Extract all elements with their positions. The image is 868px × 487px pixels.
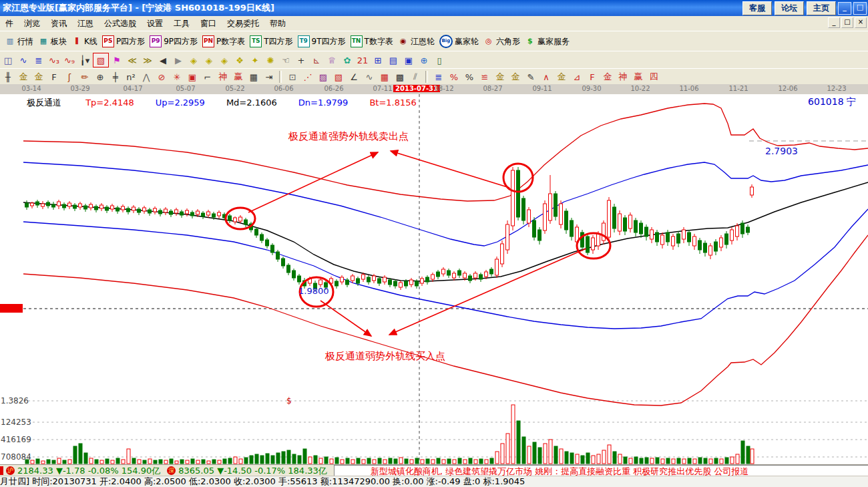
parallel-lines-icon[interactable]: ⫽ <box>408 70 423 84</box>
wave-icon[interactable]: ∿ <box>16 53 31 67</box>
gold-line-icon[interactable]: 金 <box>508 70 523 84</box>
hand-icon[interactable]: ☜ <box>278 53 293 67</box>
fib-red-icon[interactable]: F <box>585 70 600 84</box>
list-icon[interactable]: ≣ <box>31 53 46 67</box>
percent-line-icon[interactable]: ≌ <box>477 70 492 84</box>
gold-red-icon[interactable]: 金 <box>600 70 615 84</box>
mdi-close-button[interactable]: × <box>855 17 867 28</box>
menu-item-4[interactable]: 公式选股 <box>99 17 142 31</box>
menu-item-7[interactable]: 窗口 <box>195 17 222 31</box>
bars-tool-icon[interactable]: ╪ <box>108 70 123 84</box>
homepage-button[interactable]: 主页 <box>807 1 836 15</box>
diamond-star-icon[interactable]: ✦ <box>248 53 262 67</box>
square-of-nine-icon[interactable]: n² <box>124 70 138 84</box>
toolbar-kline-button[interactable]: ⫼K线 <box>71 36 97 47</box>
toolbar-quotes-button[interactable]: ▥行情 <box>5 36 33 47</box>
flag-icon[interactable]: ⚑ <box>110 53 124 67</box>
percent-icon[interactable]: % <box>462 70 477 84</box>
shanghai-index-value[interactable]: 2184.33 ▼-1.78 -0.08% 154.90亿 <box>17 465 160 477</box>
angle-icon[interactable]: ⊾ <box>309 53 324 67</box>
gold-fan-tool-icon[interactable]: 金 <box>31 70 46 84</box>
cycle-9-icon[interactable]: ∿₉ <box>62 53 77 67</box>
triangle-icon[interactable]: ⊿ <box>570 70 584 84</box>
menu-item-8[interactable]: 交易委托 <box>222 17 264 31</box>
minimize-button[interactable]: _ <box>838 2 851 15</box>
toolbar-winner-service-button[interactable]: $赢家服务 <box>525 36 570 47</box>
gold-circle-icon[interactable]: 金 <box>493 70 507 84</box>
candle-style-icon[interactable]: ╽▾ <box>77 53 92 67</box>
kline-chart[interactable]: 极反通道强势外轨线卖出点极反通道弱势外轨线买入点1.98002.7903$1.3… <box>0 94 868 464</box>
shen-tool-icon[interactable]: 神 <box>216 70 230 84</box>
toolbar-gann-wheel-button[interactable]: ◉江恩轮 <box>398 36 435 47</box>
win2-icon[interactable]: 赢 <box>631 70 646 84</box>
draw-icon[interactable]: ✎ <box>523 70 538 84</box>
calendar-icon[interactable]: 21 <box>355 53 370 67</box>
ray-fan-icon[interactable]: ⋰ <box>300 70 315 84</box>
cycle-3-icon[interactable]: ∿₃ <box>47 53 61 67</box>
calculator-icon[interactable]: ⊞ <box>371 53 385 67</box>
gold-gann-tool-icon[interactable]: 金 <box>16 70 31 84</box>
save-icon[interactable]: ▣ <box>401 53 416 67</box>
red-grid-icon[interactable]: ▦ <box>377 70 392 84</box>
box-select-icon[interactable]: ⊡ <box>285 70 300 84</box>
last-bar-icon[interactable]: ≫ <box>140 53 155 67</box>
menu-item-1[interactable]: 浏览 <box>19 17 45 31</box>
next-bar-icon[interactable]: ▶ <box>171 53 186 67</box>
support-button[interactable]: 客服 <box>742 1 772 15</box>
notes-icon[interactable]: ▤ <box>386 53 401 67</box>
toolbar-p-number-table-button[interactable]: PNP数字表 <box>202 35 245 47</box>
table-tool-icon[interactable]: ▦ <box>246 70 261 84</box>
menu-item-5[interactable]: 设置 <box>142 17 168 31</box>
wave-tool-icon[interactable]: ∿ <box>362 70 377 84</box>
hatch-box-icon[interactable]: ▨ <box>316 70 331 84</box>
toolbar-t-square-button[interactable]: TST四方形 <box>250 35 292 47</box>
active-chart-icon[interactable]: ▧ <box>93 53 109 67</box>
device-icon[interactable]: ▯ <box>432 53 447 67</box>
diamond-left-icon[interactable]: ◈ <box>186 53 201 67</box>
news-ticker[interactable]: 新型城镇化酿商机, 绿色建筑望撬万亿市场 姚刚：提高直接融资比重 积极研究推出优… <box>334 465 868 476</box>
shift-tool-icon[interactable]: ⇥ <box>262 70 276 84</box>
circle-tool-icon[interactable]: ⊕ <box>93 70 107 84</box>
toolbar-sectors-button[interactable]: ▦板块 <box>38 36 67 47</box>
toolbar-t-number-table-button[interactable]: TNT数字表 <box>351 35 393 47</box>
step-line-icon[interactable]: ⌐ <box>200 70 215 84</box>
diamond-expand-icon[interactable]: ◈ <box>217 53 232 67</box>
diamond-burst-icon[interactable]: ✺ <box>263 53 278 67</box>
hatch-box2-icon[interactable]: ▧ <box>331 70 346 84</box>
pencil-tool-icon[interactable]: ✏ <box>77 70 92 84</box>
forum-button[interactable]: 论坛 <box>775 1 804 15</box>
gold-angle-icon[interactable]: 金 <box>554 70 569 84</box>
win-tool-icon[interactable]: 赢 <box>231 70 246 84</box>
toolbar-p-square-button[interactable]: PSP四方形 <box>102 35 145 47</box>
shenzhen-index-value[interactable]: 8365.05 ▼-14.50 -0.17% 184.33亿 <box>178 465 327 477</box>
toolbar-winner-wheel-button[interactable]: Big赢家轮 <box>439 35 479 48</box>
fib-tool-icon[interactable]: F <box>47 70 61 84</box>
spiral-tool-icon[interactable]: ʃ <box>62 70 77 84</box>
dense-grid-icon[interactable]: ▩ <box>393 70 407 84</box>
window-icon[interactable]: ◫ <box>1 53 15 67</box>
shen2-icon[interactable]: 神 <box>616 70 630 84</box>
menu-item-9[interactable]: 帮助 <box>264 17 291 31</box>
four-icon[interactable]: 四 <box>646 70 661 84</box>
network-icon[interactable]: ⊕ <box>417 53 431 67</box>
menu-item-3[interactable]: 江恩 <box>72 17 99 31</box>
mdi-restore-button[interactable]: □ <box>841 17 853 28</box>
levels-icon[interactable]: ≣ <box>431 70 446 84</box>
crosshair-icon[interactable]: + <box>294 53 308 67</box>
toolbar-9t-square-button[interactable]: T99T四方形 <box>298 35 346 47</box>
toolbar-9p-square-button[interactable]: P99P四方形 <box>150 35 198 47</box>
menu-item-6[interactable]: 工具 <box>168 17 195 31</box>
percent-red-icon[interactable]: % <box>447 70 461 84</box>
chart-area[interactable]: 极反通道强势外轨线卖出点极反通道弱势外轨线买入点1.98002.7903$1.3… <box>0 94 868 464</box>
prev-bar-icon[interactable]: ◀ <box>156 53 170 67</box>
peak-icon[interactable]: ∧ <box>539 70 554 84</box>
crown-icon[interactable]: ♕ <box>324 53 339 67</box>
mdi-minimize-button[interactable]: _ <box>828 17 840 28</box>
clover-icon[interactable]: ✿ <box>340 53 355 67</box>
toolbar-hexagon-button[interactable]: ◎六角形 <box>483 36 520 47</box>
first-bar-icon[interactable]: ≪ <box>125 53 140 67</box>
trend-angle-icon[interactable]: ∠ <box>347 70 361 84</box>
grid-tool-icon[interactable]: ╫ <box>1 70 15 84</box>
restore-button[interactable]: □ <box>853 2 867 15</box>
star-grid-icon[interactable]: ✳ <box>170 70 184 84</box>
